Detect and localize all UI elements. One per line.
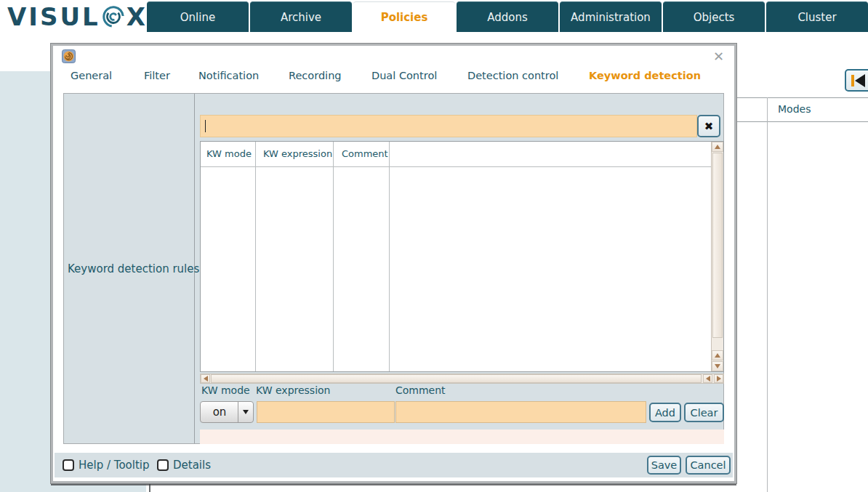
- jump-to-first-button[interactable]: [845, 69, 868, 92]
- help-tooltip-checkbox[interactable]: [63, 459, 74, 471]
- text-caret: [205, 120, 206, 132]
- nav-tab-cluster[interactable]: Cluster: [766, 1, 868, 32]
- nav-tab-online[interactable]: Online: [147, 1, 249, 32]
- dialog-footer: Help / Tooltip Details Save Cancel: [55, 453, 733, 477]
- nav-tab-archive[interactable]: Archive: [250, 1, 352, 32]
- clear-filter-button[interactable]: ✖: [697, 115, 720, 137]
- scroll-up-button[interactable]: [712, 142, 723, 152]
- clear-button[interactable]: Clear: [684, 403, 724, 422]
- details-label: Details: [173, 459, 211, 472]
- nav-tab-policies[interactable]: Policies: [353, 1, 455, 32]
- keyword-rules-table[interactable]: KW mode KW expression Comment: [200, 141, 724, 372]
- scroll-up-button-bottom[interactable]: [712, 350, 723, 360]
- nav-tab-administration[interactable]: Administration: [560, 1, 662, 32]
- logo-spiral-icon: [101, 4, 126, 29]
- comment-input[interactable]: [395, 401, 646, 423]
- kw-expression-label: KW expression: [256, 384, 331, 396]
- help-tooltip-label: Help / Tooltip: [79, 459, 150, 472]
- kw-expression-input[interactable]: [257, 401, 395, 423]
- scroll-down-button[interactable]: [712, 361, 723, 371]
- top-navbar: VISUL X Online Archive Policies Addons A…: [0, 0, 868, 32]
- kw-mode-selected-value: on: [201, 402, 238, 422]
- dialog-tab-dual-control[interactable]: Dual Control: [371, 70, 437, 81]
- kw-mode-label: KW mode: [201, 384, 250, 396]
- scroll-left-button[interactable]: [201, 374, 210, 383]
- add-button[interactable]: Add: [649, 403, 681, 422]
- section-label-panel: Keyword detection rules: [64, 94, 195, 443]
- vertical-scrollbar[interactable]: [711, 142, 723, 371]
- dialog-tab-general[interactable]: General: [71, 70, 112, 81]
- horizontal-scrollbar[interactable]: [200, 374, 724, 384]
- nav-tabs: Online Archive Policies Addons Administr…: [145, 1, 868, 32]
- dialog-tab-keyword-detection[interactable]: Keyword detection: [589, 70, 701, 81]
- background-table-column-divider: [767, 97, 768, 492]
- chevron-down-icon[interactable]: [238, 402, 253, 422]
- kw-mode-select[interactable]: on: [200, 401, 254, 423]
- table-header-divider: [201, 166, 711, 167]
- column-header-comment: Comment: [342, 148, 388, 159]
- keyword-detection-panel: Keyword detection rules ✖ KW mode KW exp…: [63, 93, 724, 444]
- dialog-tab-filter[interactable]: Filter: [144, 70, 170, 81]
- dialog-tab-notification[interactable]: Notification: [198, 70, 259, 81]
- scroll-left-button-end[interactable]: [703, 374, 712, 383]
- app-logo: VISUL X: [7, 1, 148, 32]
- jump-first-icon: [851, 75, 854, 86]
- column-header-kw-mode: KW mode: [206, 148, 252, 159]
- logo-text-start: VISUL: [7, 2, 100, 31]
- dialog-tab-recording[interactable]: Recording: [289, 70, 342, 81]
- scroll-right-button[interactable]: [714, 374, 723, 383]
- nav-tab-addons[interactable]: Addons: [457, 1, 558, 32]
- scrollbar-thumb[interactable]: [712, 153, 723, 338]
- comment-label: Comment: [395, 384, 446, 396]
- details-checkbox[interactable]: [157, 459, 169, 471]
- close-icon[interactable]: ✕: [713, 49, 724, 64]
- column-header-kw-expression: KW expression: [263, 148, 332, 159]
- dialog-tab-detection-control[interactable]: Detection control: [467, 70, 558, 81]
- clear-x-icon: ✖: [704, 120, 714, 133]
- left-triangle-icon: [855, 74, 865, 87]
- modes-column-header: Modes: [778, 103, 811, 115]
- save-button[interactable]: Save: [647, 456, 681, 475]
- column-divider: [255, 142, 256, 371]
- column-divider: [389, 142, 390, 371]
- policy-edit-dialog: ✕ General Filter Notification Recording …: [51, 44, 736, 483]
- scrollbar-thumb[interactable]: [211, 374, 702, 383]
- nav-tab-objects[interactable]: Objects: [663, 1, 765, 32]
- cancel-button[interactable]: Cancel: [686, 456, 731, 475]
- section-label: Keyword detection rules: [68, 262, 199, 275]
- keyword-filter-input[interactable]: [200, 115, 697, 137]
- logo-text-end: X: [126, 2, 148, 31]
- status-strip: [200, 430, 724, 444]
- shell-icon: [62, 49, 76, 63]
- column-divider: [333, 142, 334, 371]
